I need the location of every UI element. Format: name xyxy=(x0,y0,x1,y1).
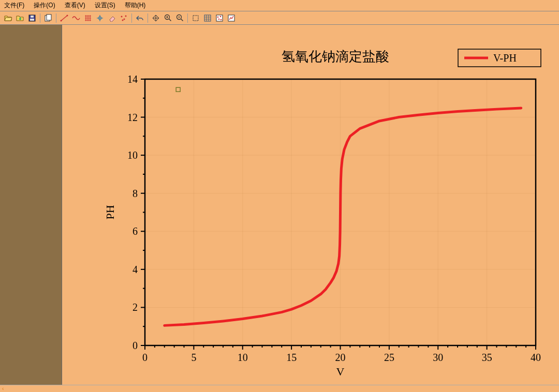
svg-point-11 xyxy=(122,19,124,21)
x-tick-label: 5 xyxy=(191,352,196,363)
undo-icon[interactable] xyxy=(135,13,145,23)
wave-icon[interactable] xyxy=(71,13,81,23)
svg-point-5 xyxy=(61,20,62,21)
x-tick-label: 40 xyxy=(531,352,541,363)
pan-icon[interactable] xyxy=(151,13,161,23)
marker-square xyxy=(176,87,180,92)
y-tick-label: 0 xyxy=(133,340,138,351)
open-icon[interactable] xyxy=(3,13,13,23)
select-icon[interactable] xyxy=(190,13,201,23)
toolbar-separator xyxy=(56,13,56,23)
eraser-icon[interactable] xyxy=(107,13,117,23)
menu-help[interactable]: 帮助(H) xyxy=(125,1,146,10)
toolbar-separator xyxy=(40,13,40,23)
series-line xyxy=(165,108,521,325)
svg-rect-14 xyxy=(193,16,198,21)
x-axis-title: V xyxy=(336,365,345,378)
chart-icon[interactable] xyxy=(226,13,237,23)
svg-rect-1 xyxy=(30,19,34,21)
points-icon[interactable] xyxy=(214,13,225,23)
svg-point-10 xyxy=(125,15,127,17)
menubar: 文件(F) 操作(O) 查看(V) 设置(S) 帮助(H) xyxy=(0,0,559,11)
sidebar xyxy=(0,25,62,385)
svg-point-6 xyxy=(67,14,68,16)
grid-lines-icon[interactable] xyxy=(83,13,93,23)
legend-label: V-PH xyxy=(493,52,517,64)
svg-point-17 xyxy=(217,16,219,18)
y-tick-label: 2 xyxy=(133,301,138,313)
toolbar-separator xyxy=(187,13,188,23)
x-tick-label: 20 xyxy=(335,352,346,363)
status-indicator: ‹ xyxy=(2,386,4,391)
toolbar xyxy=(0,11,559,25)
x-tick-label: 10 xyxy=(238,352,248,363)
x-tick-label: 35 xyxy=(482,352,492,363)
main-area: 051015202530354002468101214VPH氢氧化钠滴定盐酸V-… xyxy=(0,25,559,385)
y-tick-label: 8 xyxy=(133,188,138,199)
chart-title: 氢氧化钠滴定盐酸 xyxy=(282,49,389,64)
x-tick-label: 15 xyxy=(286,352,297,363)
y-tick-label: 10 xyxy=(127,149,138,161)
y-tick-label: 12 xyxy=(127,112,138,123)
grid-icon[interactable] xyxy=(202,13,213,23)
menu-view[interactable]: 查看(V) xyxy=(65,1,85,10)
zoom-in-icon[interactable] xyxy=(163,13,173,23)
menu-settings[interactable]: 设置(S) xyxy=(95,1,115,10)
svg-point-20 xyxy=(220,19,222,20)
scatter-icon[interactable] xyxy=(119,13,129,23)
svg-rect-16 xyxy=(216,15,223,21)
svg-rect-2 xyxy=(31,16,34,18)
svg-point-9 xyxy=(124,18,125,20)
y-tick-label: 14 xyxy=(127,73,138,85)
y-axis-title: PH xyxy=(104,205,116,219)
y-tick-label: 6 xyxy=(133,225,138,237)
svg-rect-15 xyxy=(204,15,211,21)
copy-icon[interactable] xyxy=(43,13,53,23)
zoom-out-icon[interactable] xyxy=(174,13,185,23)
draw-line-icon[interactable] xyxy=(59,13,69,23)
menu-file[interactable]: 文件(F) xyxy=(4,1,24,10)
toolbar-separator xyxy=(131,13,132,23)
chart-area: 051015202530354002468101214VPH氢氧化钠滴定盐酸V-… xyxy=(62,25,559,385)
toolbar-separator xyxy=(148,13,148,23)
chart-svg: 051015202530354002468101214VPH氢氧化钠滴定盐酸V-… xyxy=(72,35,549,387)
svg-point-19 xyxy=(218,18,220,20)
svg-point-8 xyxy=(121,16,123,17)
import-icon[interactable] xyxy=(15,13,25,23)
menu-operate[interactable]: 操作(O) xyxy=(34,1,55,10)
svg-rect-4 xyxy=(47,14,51,20)
save-icon[interactable] xyxy=(27,13,37,23)
x-tick-label: 30 xyxy=(433,352,443,363)
y-tick-label: 4 xyxy=(133,264,138,275)
crosshair-icon[interactable] xyxy=(95,13,105,23)
svg-point-18 xyxy=(220,16,222,17)
x-tick-label: 0 xyxy=(142,352,148,363)
x-tick-label: 25 xyxy=(384,352,394,363)
